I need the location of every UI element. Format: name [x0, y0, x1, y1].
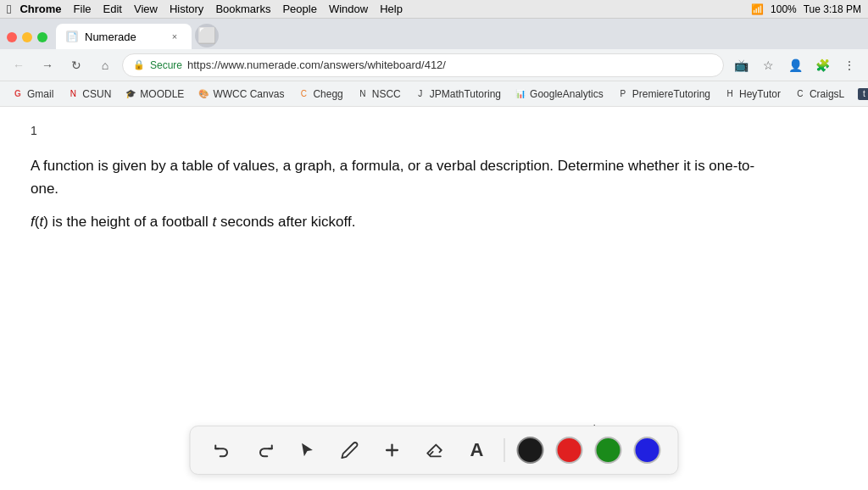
address-bar: ← → ↻ ⌂ 🔒 Secure https://www.numerade.co…: [0, 49, 868, 81]
menu-help[interactable]: Help: [380, 3, 403, 15]
bookmarks-bar: G Gmail N CSUN 🎓 MOODLE 🎨 WWCC Canvas C …: [0, 81, 868, 107]
menu-chrome[interactable]: Chrome: [19, 3, 61, 15]
text-button[interactable]: A: [462, 435, 492, 465]
bookmark-jpmath[interactable]: J JPMathTutoring: [409, 86, 506, 102]
tab-bar: 📄 Numerade × ⬜: [0, 19, 868, 49]
color-blue-button[interactable]: [634, 437, 661, 464]
text-icon: A: [470, 439, 484, 461]
back-button[interactable]: ←: [7, 53, 31, 77]
redo-button[interactable]: [250, 435, 281, 465]
apple-menu[interactable]: : [7, 2, 11, 16]
bookmark-jpmath-label: JPMathTutoring: [430, 88, 501, 100]
clock: Tue 3:18 PM: [804, 3, 861, 15]
menu-bookmarks[interactable]: Bookmarks: [215, 3, 270, 15]
eraser-button[interactable]: [420, 435, 450, 465]
bookmark-csun-label: CSUN: [82, 88, 111, 100]
function-rest: is the height of a football: [48, 214, 213, 230]
bookmark-star-button[interactable]: ☆: [756, 53, 780, 77]
tab-title: Numerade: [85, 31, 136, 43]
svg-line-2: [430, 452, 432, 454]
battery-status: 100%: [771, 3, 797, 15]
menu-people[interactable]: People: [282, 3, 316, 15]
bookmark-nscc-label: NSCC: [372, 88, 401, 100]
bookmark-moodle[interactable]: 🎓 MOODLE: [120, 86, 189, 102]
menu-view[interactable]: View: [134, 3, 158, 15]
active-tab[interactable]: 📄 Numerade ×: [56, 24, 192, 49]
add-shape-button[interactable]: [377, 435, 408, 465]
color-red-button[interactable]: [556, 437, 583, 464]
forward-button[interactable]: →: [36, 53, 59, 77]
reload-button[interactable]: ↻: [64, 53, 88, 77]
window-maximize-button[interactable]: [37, 32, 47, 42]
secure-icon: 🔒: [133, 59, 145, 70]
bookmark-premiere-label: PremiereTutoring: [632, 88, 710, 100]
bookmark-craigslist[interactable]: C CraigsL: [789, 86, 849, 102]
menu-history[interactable]: History: [170, 3, 203, 15]
pencil-button[interactable]: [335, 435, 365, 465]
bookmark-canvas-label: WWCC Canvas: [213, 88, 284, 100]
function-suffix: seconds after kickoff.: [216, 214, 355, 230]
color-green-button[interactable]: [595, 437, 622, 464]
color-black-button[interactable]: [517, 437, 544, 464]
pencil-icon: [341, 441, 359, 459]
canvas-favicon: 🎨: [198, 88, 209, 100]
page-content: 1 A function is given by a table of valu…: [0, 107, 868, 431]
bookmark-analytics-label: GoogleAnalytics: [530, 88, 604, 100]
window-close-button[interactable]: [7, 32, 17, 42]
secure-label: Secure: [150, 59, 182, 71]
craigslist-favicon: C: [794, 88, 806, 100]
tab-favicon: 📄: [66, 31, 78, 42]
menu-button[interactable]: ⋮: [837, 53, 861, 77]
redo-icon: [256, 441, 275, 459]
content-area: 1 A function is given by a table of valu…: [0, 107, 868, 490]
bookmark-heytutor[interactable]: H HeyTutor: [719, 86, 786, 102]
analytics-favicon: 📊: [515, 88, 526, 100]
question-line2: one.: [31, 181, 58, 197]
bookmark-csun[interactable]: N CSUN: [62, 86, 116, 102]
bookmark-craigslist-label: CraigsL: [810, 88, 844, 100]
toolbar-divider: [504, 438, 505, 462]
page-number: 1: [31, 124, 837, 137]
menu-edit[interactable]: Edit: [103, 3, 122, 15]
select-button[interactable]: [292, 435, 323, 465]
menu-file[interactable]: File: [74, 3, 92, 15]
cast-button[interactable]: 📺: [729, 53, 753, 77]
bookmark-moodle-label: MOODLE: [140, 88, 184, 100]
tab-close-button[interactable]: ×: [168, 30, 181, 43]
tumblr-favicon: t: [858, 88, 868, 100]
wifi-icon: 📶: [751, 3, 764, 15]
window-controls: [7, 32, 47, 49]
menu-items: Chrome File Edit View History Bookmarks …: [19, 3, 402, 15]
new-tab-icon: ⬜: [198, 26, 216, 45]
question-text: A function is given by a table of values…: [31, 154, 837, 200]
bookmark-tumblr[interactable]: t Tumblr: [853, 86, 868, 102]
window-minimize-button[interactable]: [22, 32, 32, 42]
jpmath-favicon: J: [415, 88, 426, 100]
csun-favicon: N: [67, 88, 79, 100]
new-tab-button[interactable]: ⬜: [195, 24, 219, 47]
bookmark-canvas[interactable]: 🎨 WWCC Canvas: [192, 86, 289, 102]
select-icon: [298, 441, 317, 459]
bookmark-analytics[interactable]: 📊 GoogleAnalytics: [509, 86, 609, 102]
undo-icon: [214, 441, 232, 459]
bookmark-heytutor-label: HeyTutor: [739, 88, 781, 100]
bookmark-premiere[interactable]: P PremiereTutoring: [612, 86, 715, 102]
drawing-toolbar: A: [190, 426, 679, 475]
bookmark-nscc[interactable]: N NSCC: [352, 86, 406, 102]
nscc-favicon: N: [357, 88, 369, 100]
function-text: f(t) is the height of a football t secon…: [31, 210, 837, 233]
bookmark-chegg[interactable]: C Chegg: [292, 86, 348, 102]
undo-button[interactable]: [208, 435, 238, 465]
url-text: https://www.numerade.com/answers/whitebo…: [187, 58, 446, 71]
extensions-button[interactable]: 🧩: [810, 53, 834, 77]
gmail-favicon: G: [12, 88, 24, 100]
chegg-favicon: C: [298, 88, 309, 100]
question-line1: A function is given by a table of values…: [31, 158, 754, 174]
profile-button[interactable]: 👤: [783, 53, 807, 77]
eraser-icon: [426, 441, 444, 459]
home-button[interactable]: ⌂: [93, 53, 117, 77]
menu-window[interactable]: Window: [329, 3, 368, 15]
bookmark-gmail[interactable]: G Gmail: [7, 86, 58, 102]
menu-bar-right: 📶 100% Tue 3:18 PM: [751, 3, 861, 15]
address-input[interactable]: 🔒 Secure https://www.numerade.com/answer…: [122, 53, 724, 77]
